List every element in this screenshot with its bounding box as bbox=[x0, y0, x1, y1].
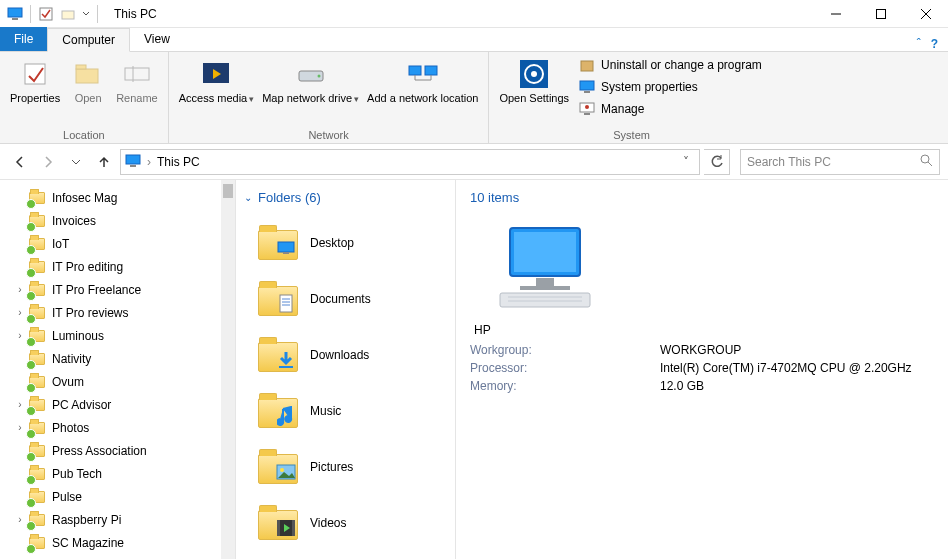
svg-rect-10 bbox=[76, 65, 86, 69]
open-icon bbox=[72, 58, 104, 90]
property-row: Processor:Intel(R) Core(TM) i7-4702MQ CP… bbox=[470, 359, 934, 377]
navigation-tree[interactable]: Infosec MagInvoicesIoTIT Pro editing›IT … bbox=[0, 180, 236, 559]
tree-item[interactable]: Nativity bbox=[0, 347, 235, 370]
map-network-drive-button[interactable]: Map network drive▾ bbox=[258, 54, 363, 106]
close-button[interactable] bbox=[903, 0, 948, 28]
tree-item[interactable]: Pub Tech bbox=[0, 462, 235, 485]
search-box[interactable] bbox=[740, 149, 940, 175]
scrollbar-thumb[interactable] bbox=[223, 184, 233, 198]
add-network-location-button[interactable]: Add a network location bbox=[363, 54, 482, 105]
computer-name: HP bbox=[474, 323, 934, 337]
svg-point-24 bbox=[531, 71, 537, 77]
tree-item-label: Nativity bbox=[52, 352, 91, 366]
folders-section-header[interactable]: ⌄ Folders (6) bbox=[244, 190, 447, 205]
properties-button[interactable]: Properties bbox=[6, 54, 64, 105]
tree-item[interactable]: ›Raspberry Pi bbox=[0, 508, 235, 531]
folder-item[interactable]: Music bbox=[244, 383, 447, 439]
system-properties-button[interactable]: System properties bbox=[577, 78, 764, 96]
rename-button[interactable]: Rename bbox=[112, 54, 162, 105]
maximize-button[interactable] bbox=[858, 0, 903, 28]
search-input[interactable] bbox=[747, 155, 919, 169]
settings-icon bbox=[518, 58, 550, 90]
address-chevron-icon[interactable]: › bbox=[147, 155, 151, 169]
tree-item[interactable]: Infosec Mag bbox=[0, 186, 235, 209]
folder-label: Music bbox=[310, 404, 341, 418]
computer-tab[interactable]: Computer bbox=[47, 28, 130, 52]
folder-item[interactable]: Documents bbox=[244, 271, 447, 327]
expand-icon[interactable]: › bbox=[14, 399, 26, 410]
expand-icon[interactable]: › bbox=[14, 330, 26, 341]
tree-item[interactable]: ›IT Pro Freelance bbox=[0, 278, 235, 301]
ribbon-group-system-label: System bbox=[495, 129, 767, 143]
tree-item[interactable]: IT Pro editing bbox=[0, 255, 235, 278]
expand-icon[interactable]: › bbox=[14, 307, 26, 318]
folder-icon bbox=[28, 327, 46, 345]
tree-item[interactable]: SC Magazine bbox=[0, 531, 235, 554]
svg-rect-45 bbox=[277, 520, 280, 536]
tree-item[interactable]: ›Photos bbox=[0, 416, 235, 439]
properties-qat-icon[interactable] bbox=[37, 5, 55, 23]
search-icon[interactable] bbox=[919, 153, 933, 170]
ribbon-group-location: Properties Open Rename Location bbox=[0, 52, 169, 143]
window-controls bbox=[813, 0, 948, 28]
network-location-icon bbox=[407, 58, 439, 90]
tree-item[interactable]: Press Association bbox=[0, 439, 235, 462]
folder-item[interactable]: Videos bbox=[244, 495, 447, 551]
back-button[interactable] bbox=[8, 150, 32, 174]
computer-large-icon bbox=[490, 223, 600, 313]
address-dropdown-icon[interactable]: ˅ bbox=[677, 155, 695, 169]
view-tab[interactable]: View bbox=[130, 27, 184, 51]
folder-icon bbox=[28, 511, 46, 529]
property-row: Workgroup:WORKGROUP bbox=[470, 341, 934, 359]
svg-rect-31 bbox=[126, 155, 140, 164]
tree-item-label: IT Pro reviews bbox=[52, 306, 128, 320]
up-button[interactable] bbox=[92, 150, 116, 174]
address-pc-icon bbox=[125, 154, 141, 170]
tree-item[interactable]: ›IT Pro reviews bbox=[0, 301, 235, 324]
uninstall-program-button[interactable]: Uninstall or change a program bbox=[577, 56, 764, 74]
ribbon-group-system: Open Settings Uninstall or change a prog… bbox=[489, 52, 773, 143]
new-folder-qat-icon[interactable] bbox=[59, 5, 77, 23]
tree-item-label: Pub Tech bbox=[52, 467, 102, 481]
tree-scrollbar[interactable] bbox=[221, 180, 235, 559]
svg-rect-49 bbox=[514, 232, 576, 272]
folder-item[interactable]: Pictures bbox=[244, 439, 447, 495]
open-settings-button[interactable]: Open Settings bbox=[495, 54, 573, 105]
tree-item[interactable]: Pulse bbox=[0, 485, 235, 508]
svg-point-33 bbox=[921, 155, 929, 163]
svg-rect-9 bbox=[76, 69, 98, 83]
tree-item[interactable]: ›Luminous bbox=[0, 324, 235, 347]
recent-locations-button[interactable] bbox=[64, 150, 88, 174]
forward-button[interactable] bbox=[36, 150, 60, 174]
manage-button[interactable]: Manage bbox=[577, 100, 764, 118]
rename-icon bbox=[121, 58, 153, 90]
explorer-body: Infosec MagInvoicesIoTIT Pro editing›IT … bbox=[0, 180, 948, 559]
expand-icon[interactable]: › bbox=[14, 422, 26, 433]
expand-icon[interactable]: › bbox=[14, 514, 26, 525]
refresh-button[interactable] bbox=[704, 149, 730, 175]
qat-dropdown-icon[interactable] bbox=[81, 5, 91, 23]
tree-item[interactable]: ›PC Advisor bbox=[0, 393, 235, 416]
help-icon[interactable]: ? bbox=[931, 37, 938, 51]
svg-point-16 bbox=[317, 75, 320, 78]
expand-icon[interactable]: › bbox=[14, 284, 26, 295]
folder-item[interactable]: Desktop bbox=[244, 215, 447, 271]
file-tab[interactable]: File bbox=[0, 27, 47, 51]
access-media-button[interactable]: Access media▾ bbox=[175, 54, 258, 106]
open-button[interactable]: Open bbox=[64, 54, 112, 105]
folder-icon bbox=[28, 304, 46, 322]
address-path[interactable]: This PC bbox=[157, 155, 200, 169]
tree-item[interactable]: IoT bbox=[0, 232, 235, 255]
tree-item[interactable]: Ovum bbox=[0, 370, 235, 393]
svg-rect-27 bbox=[584, 91, 590, 93]
svg-rect-29 bbox=[584, 113, 590, 115]
folder-icon bbox=[28, 281, 46, 299]
address-bar[interactable]: › This PC ˅ bbox=[120, 149, 700, 175]
folder-item[interactable]: Downloads bbox=[244, 327, 447, 383]
minimize-button[interactable] bbox=[813, 0, 858, 28]
tree-item[interactable]: Invoices bbox=[0, 209, 235, 232]
ribbon: Properties Open Rename Location Access m… bbox=[0, 52, 948, 144]
folder-large-icon bbox=[258, 506, 298, 540]
ribbon-collapse-icon[interactable]: ˆ bbox=[917, 37, 921, 51]
tree-item-label: Ovum bbox=[52, 375, 84, 389]
